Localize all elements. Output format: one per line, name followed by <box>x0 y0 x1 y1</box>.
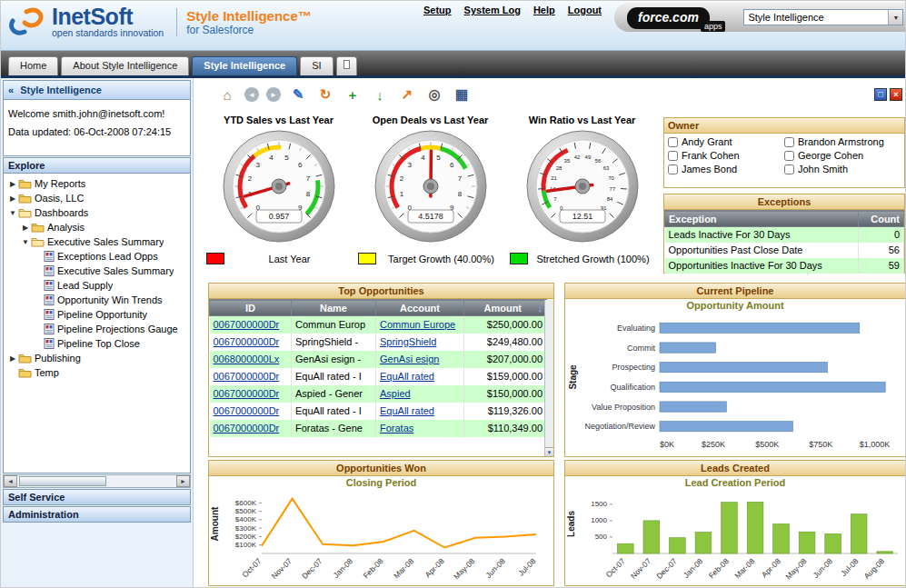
tree-item-opportunity-win-trends[interactable]: Opportunity Win Trends <box>4 293 190 307</box>
preview-icon[interactable]: ◎ <box>424 85 444 104</box>
topopps-col-name[interactable]: Name <box>292 300 376 316</box>
owner-option-john-smith[interactable]: John Smith <box>784 164 901 174</box>
scroll-right-icon[interactable]: ► <box>176 475 190 487</box>
add-viewsheet-icon[interactable]: + <box>343 85 363 104</box>
administration-section-header[interactable]: Administration <box>3 506 191 523</box>
tab-style-intelligence[interactable]: Style Intelligence <box>192 56 297 75</box>
setup-link[interactable]: Setup <box>423 5 452 15</box>
owner-checkbox[interactable] <box>668 164 678 174</box>
expand-icon[interactable]: ▶ <box>20 224 31 232</box>
tree-item-label: Executive Sales Summary <box>57 265 174 276</box>
self-service-section-header[interactable]: Self Service <box>3 489 191 505</box>
previous-icon[interactable]: ◄ <box>244 87 259 102</box>
logout-link[interactable]: Logout <box>568 5 602 15</box>
report-icon <box>44 280 55 291</box>
opportunity-row[interactable]: 0067000000DrEquAll rated - IEquAll rated… <box>210 403 547 420</box>
owner-option-james-bond[interactable]: James Bond <box>668 164 784 174</box>
tab-si[interactable]: SI <box>300 56 333 75</box>
collapse-sidebar-icon[interactable]: « <box>8 85 14 95</box>
topopps-col-amount[interactable]: Amount↓ <box>464 300 547 316</box>
account-link[interactable]: Foratas <box>380 423 413 434</box>
tree-hscrollbar[interactable]: ◄ ► <box>3 474 191 488</box>
system-log-link[interactable]: System Log <box>464 5 521 15</box>
close-window-button[interactable]: × <box>890 88 902 101</box>
owner-checkbox[interactable] <box>668 137 678 147</box>
opportunity-row[interactable]: 0068000000LxGenAsi esign -GenAsi esign$2… <box>210 351 547 368</box>
tab-about-style-intelligence[interactable]: About Style Intelligence <box>61 56 189 75</box>
exception-row[interactable]: Leads Inactive For 30 Days0 <box>665 227 904 243</box>
tree-item-pipeline-projections-gauge[interactable]: Pipeline Projections Gauge <box>4 322 190 336</box>
tree-item-oasis-llc[interactable]: ▶Oasis, LLC <box>4 191 190 205</box>
exceptions-col-count[interactable]: Count <box>859 211 904 227</box>
tree-item-pipeline-top-close[interactable]: Pipeline Top Close <box>4 336 190 351</box>
export-icon[interactable]: ↗ <box>397 85 417 104</box>
owner-option-andy-grant[interactable]: Andy Grant <box>668 136 784 147</box>
tree-item-dashboards[interactable]: ▼Dashboards <box>4 205 190 220</box>
tree-item-temp[interactable]: Temp <box>4 365 190 380</box>
explore-section-header[interactable]: Explore <box>3 157 191 174</box>
refresh-icon[interactable]: ↻ <box>315 85 335 104</box>
tree-item-exceptions-lead-opps[interactable]: Exceptions Lead Opps <box>4 249 190 264</box>
owner-checkbox[interactable] <box>784 164 794 174</box>
sort-desc-icon[interactable]: ↓ <box>538 303 543 314</box>
opportunity-row[interactable]: 0067000000DrEquAll rated - IEquAll rated… <box>210 368 547 385</box>
tree-item-executive-sales-summary[interactable]: ▼Executive Sales Summary <box>4 234 190 249</box>
account-link[interactable]: GenAsi esign <box>380 354 439 364</box>
tree-item-analysis[interactable]: ▶Analysis <box>4 220 190 234</box>
expand-icon[interactable]: ▶ <box>7 354 18 363</box>
next-icon[interactable]: ► <box>266 87 281 102</box>
account-link[interactable]: Aspied <box>380 388 411 399</box>
opportunity-id-link[interactable]: 0068000000Lx <box>214 354 280 364</box>
opportunity-id-link[interactable]: 0067000000Dr <box>214 423 280 434</box>
app-selector-dropdown[interactable]: Style Intelligence ▼ <box>743 9 903 25</box>
scroll-down-icon[interactable]: ▼ <box>545 447 553 456</box>
exception-row[interactable]: Opportunities Past Close Date56 <box>665 243 904 258</box>
account-link[interactable]: SpringShield <box>380 336 436 347</box>
exception-row[interactable]: Opportunities Inactive For 30 Days59 <box>665 258 904 274</box>
sidebar-header[interactable]: «Style Intelligence <box>3 80 191 100</box>
edit-icon[interactable]: ✎ <box>288 85 308 104</box>
expand-icon[interactable]: ▶ <box>7 194 18 203</box>
exceptions-col-exception[interactable]: Exception <box>665 211 859 227</box>
owner-option-frank-cohen[interactable]: Frank Cohen <box>668 150 784 161</box>
restore-window-button[interactable]: □ <box>874 88 887 101</box>
opportunity-id-link[interactable]: 0067000000Dr <box>214 336 280 347</box>
account-link[interactable]: Commun Europe <box>380 319 455 330</box>
opportunity-id-link[interactable]: 0067000000Dr <box>214 405 280 416</box>
topopps-col-id[interactable]: ID <box>210 300 292 316</box>
account-link[interactable]: EquAll rated <box>380 405 434 416</box>
tree-item-my-reports[interactable]: ▶My Reports <box>4 176 190 191</box>
sidebar-title: Style Intelligence <box>20 85 102 95</box>
tab-home[interactable]: Home <box>8 56 58 75</box>
account-link[interactable]: EquAll rated <box>380 371 434 382</box>
tree-item-lead-supply[interactable]: Lead Supply <box>4 278 190 293</box>
opportunity-row[interactable]: 0067000000DrForatas - GeneForatas$110,34… <box>210 420 547 437</box>
owner-checkbox[interactable] <box>668 151 678 161</box>
help-link[interactable]: Help <box>533 5 555 15</box>
owner-option-george-cohen[interactable]: George Cohen <box>784 150 901 161</box>
tree-item-executive-sales-summary[interactable]: Executive Sales Summary <box>4 264 190 278</box>
collapse-icon[interactable]: ▼ <box>20 238 31 246</box>
expand-icon[interactable]: ▶ <box>7 180 18 188</box>
scroll-left-icon[interactable]: ◄ <box>4 475 17 487</box>
table-vscrollbar[interactable]: ▼ <box>544 300 553 456</box>
new-tab-stub[interactable] <box>336 56 357 75</box>
tree-item-publishing[interactable]: ▶Publishing <box>4 351 190 365</box>
chevron-down-icon[interactable]: ▼ <box>888 10 902 25</box>
opportunity-row[interactable]: 0067000000DrAspied - GenerAspied$150,000… <box>210 385 547 403</box>
scroll-thumb[interactable] <box>19 476 106 486</box>
import-icon[interactable]: ↓ <box>370 85 390 104</box>
tree-item-pipeline-opportunity[interactable]: Pipeline Opportunity <box>4 307 190 322</box>
opportunity-id-link[interactable]: 0067000000Dr <box>214 388 280 399</box>
opportunity-row[interactable]: 0067000000DrSpringShield -SpringShield$2… <box>210 334 547 351</box>
owner-option-brandon-armstrong[interactable]: Brandon Armstrong <box>784 136 901 147</box>
owner-checkbox[interactable] <box>784 137 794 147</box>
opportunity-id-link[interactable]: 0067000000Dr <box>214 319 280 330</box>
home-icon[interactable]: ⌂ <box>217 85 237 104</box>
opportunity-row[interactable]: 0067000000DrCommun EuropCommun Europe$25… <box>210 316 547 334</box>
collapse-icon[interactable]: ▼ <box>7 209 18 217</box>
save-icon[interactable]: ▦ <box>452 85 472 104</box>
opportunity-id-link[interactable]: 0067000000Dr <box>214 371 280 382</box>
topopps-col-account[interactable]: Account <box>376 300 464 316</box>
owner-checkbox[interactable] <box>784 151 794 161</box>
